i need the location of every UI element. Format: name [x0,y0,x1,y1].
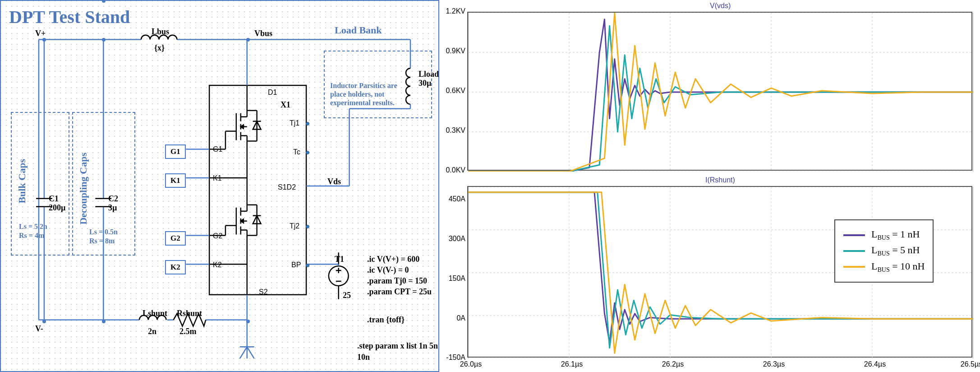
c2-rs: Rs = 8m [89,237,115,245]
lload-value: 30µ [419,79,431,88]
c1-rs: Rs = 4m [19,231,44,240]
port-g2: G2 [165,231,186,246]
pin-tc: Tc [293,148,300,156]
legend-text: LBUS = 1 nH [871,228,920,242]
legend-text: LBUS = 5 nH [871,244,920,257]
port-g1: G1 [165,144,186,159]
net-vds: Vds [327,177,341,186]
chart-vds [467,12,972,171]
rshunt-name: Rshunt [177,309,202,318]
junction [102,38,106,42]
pin-tj2: Tj2 [290,222,299,230]
y-tick: 0.6KV [438,87,465,95]
junction [102,320,106,323]
y-tick: 0A [438,314,465,322]
t1-name: T1 [335,255,344,264]
pin-bp: BP [291,261,301,269]
pin-s2: S2 [259,288,268,296]
legend-swatch [843,234,865,236]
c2-ls: Ls = 0.5n [89,228,118,236]
legend-swatch [843,266,865,268]
inductor-note: Inductor Parsitics are place holders, no… [330,81,398,107]
pin-k2: K2 [213,261,222,269]
net-vminus: V- [35,324,43,334]
port-k2: K2 [165,260,186,274]
net-vplus: V+ [35,29,46,38]
x1-label: X1 [281,100,290,110]
port-k1: K1 [165,173,186,188]
legend-item: LBUS = 5 nH [843,244,925,257]
y-tick: 1.2KV [438,7,465,15]
lbus-name: Lbus [152,27,169,37]
c1-ls: Ls = 5.2n [19,222,47,231]
legend-text: LBUS = 10 nH [871,260,925,274]
junction [246,38,250,42]
y-tick: 0.0KV [438,166,465,174]
x-tick: 26.3µs [760,360,787,368]
chart-vds-svg [468,13,973,172]
lbus-value: {x} [154,43,165,53]
y-tick: 150A [438,274,465,283]
junction [246,320,250,323]
legend: LBUS = 1 nH LBUS = 5 nH LBUS = 10 nH [834,219,934,283]
c2-value: 3µ [108,203,117,213]
pin-dot [306,225,309,228]
x-tick: 26.0µs [457,360,484,368]
charts-panel: V(vds) 0.0KV 0.3KV 0.6KV 0.9KV 1.2KV I(R… [439,0,980,372]
pin-k1: K1 [213,174,222,182]
t1-value: 25 [343,291,351,300]
junction [42,38,46,42]
spice-ic-vminus: .ic V(V-) = 0 [367,265,409,276]
spice-param-cpt: .param CPT = 25u [367,286,432,298]
spice-step: .step param x list 1n 5n 10n [357,340,438,363]
chart2-title: I(Rshunt) [705,176,735,184]
legend-item: LBUS = 1 nH [843,228,925,242]
c1-name: C1 [49,194,59,204]
bulk-caps-label: Bulk Caps [16,159,28,203]
y-tick: 0.9KV [438,47,465,55]
pin-tj1: Tj1 [290,119,299,127]
pin-dot [306,151,309,154]
x-tick: 26.4µs [861,360,888,368]
c1-value: 200µ [49,203,65,213]
x-tick: 26.2µs [659,360,686,368]
y-tick: 300A [438,235,465,243]
chart1-title: V(vds) [710,2,731,10]
lload-name: Lload [419,70,439,79]
y-tick: 0.3KV [438,126,465,135]
rshunt-value: 2.5m [179,327,197,336]
spice-param-tj0: .param Tj0 = 150 [367,275,427,287]
junction [42,320,46,323]
pin-dot [306,122,309,126]
legend-item: LBUS = 10 nH [843,260,925,274]
spice-ic-vplus: .ic V(V+) = 600 [367,254,419,265]
pin-g1: G1 [213,145,222,153]
x-tick: 26.1µs [558,360,585,368]
lshunt-name: Lshunt [143,309,167,318]
lshunt-value: 2n [148,327,156,336]
decoup-caps-label: Decoupling Caps [78,153,89,225]
pin-s1d2: S1D2 [278,183,296,191]
load-bank-label: Load Bank [335,24,382,36]
c2-name: C2 [108,194,118,204]
pin-g2: G2 [213,232,222,240]
pin-d1: D1 [268,88,277,97]
net-vbus: Vbus [254,29,272,38]
legend-swatch [843,250,865,252]
pin-dot [306,264,309,267]
schematic-title: DPT Test Stand [9,6,130,28]
schematic-panel: DPT Test Stand [0,0,439,372]
x-tick: 26.5µs [958,360,980,368]
y-tick: 450A [438,195,465,203]
spice-tran: .tran {toff} [367,314,405,326]
